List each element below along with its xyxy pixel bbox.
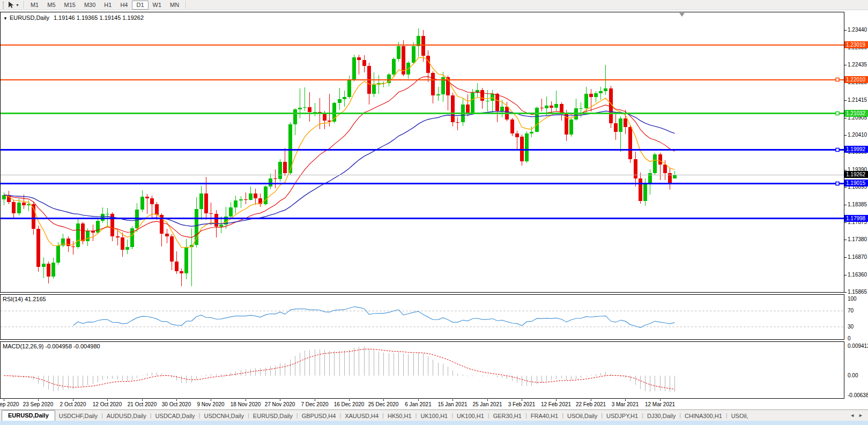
macd-chart-canvas[interactable] [1,342,844,398]
date-axis[interactable]: 14 Sep 202023 Sep 20202 Oct 202012 Oct 2… [0,399,844,409]
price-tick-mark [844,205,847,205]
date-tick-mark [315,399,315,401]
price-tick-mark [844,257,847,258]
tab-ger30-h1[interactable]: GER30,H1 [489,411,525,421]
tab-usdjpy-h1[interactable]: USDJPY,H1 [603,411,642,421]
tab-usoil-daily[interactable]: USOil,Daily [563,411,601,421]
date-tick-mark [487,399,488,401]
hline-handle[interactable] [836,112,839,115]
tab-usdcad-daily[interactable]: USDCAD,Daily [152,411,199,421]
date-label: 18 Nov 2020 [231,401,261,407]
hline-handle[interactable] [836,182,839,185]
price-badge: 1.19992 [844,146,868,153]
price-tick-label: 1.17380 [848,236,867,243]
toolbar-separator [186,1,186,9]
chart-title: ▼EURUSD,Daily1.19146 1.19365 1.19145 1.1… [3,14,144,21]
date-tick-mark [418,399,419,401]
date-tick-mark [4,399,4,401]
tab-xauusd-h4[interactable]: XAUUSD,H4 [341,411,382,421]
price-tick-mark [844,30,847,31]
tabs-scroll-right-icon[interactable]: ► [858,413,863,418]
date-tick-mark [625,399,626,401]
timeframe-button-M15[interactable]: M15 [60,1,80,10]
date-label: 2 Oct 2020 [60,401,86,407]
date-tick-mark [211,399,211,401]
timeframe-button-H1[interactable]: H1 [100,1,116,10]
date-tick-mark [280,399,280,401]
tab-usdcnh-daily[interactable]: USDCNH,Daily [200,411,248,421]
timeframe-button-M5[interactable]: M5 [43,1,60,10]
timeframe-button-MN[interactable]: MN [166,1,183,10]
tab-usoil-[interactable]: USOil, [728,411,752,421]
date-tick-mark [522,399,522,401]
tab-eurusd-daily[interactable]: EURUSD,Daily [2,410,55,421]
timeframe-button-W1[interactable]: W1 [149,1,166,10]
tab-eurusd-daily[interactable]: EURUSD,Daily [249,411,296,421]
toolbar-grip[interactable] [3,2,4,9]
price-tick-label: 1.23440 [848,27,867,33]
tab-hk50-h1[interactable]: HK50,H1 [384,411,416,421]
price-tick-mark [844,240,847,240]
chevron-down-icon[interactable]: ▼ [16,3,21,7]
rsi-chart-canvas[interactable] [1,295,844,339]
timeframe-button-D1[interactable]: D1 [132,1,148,10]
hline-handle[interactable] [836,78,839,81]
price-tick-label: 1.20410 [848,132,867,138]
rsi-tick-label: 100 [848,296,857,302]
tab-usdchf-daily[interactable]: USDCHF,Daily [55,411,101,421]
tab-china300-h1[interactable]: CHINA300,H1 [681,411,726,421]
macd-tick-label: -0.006388 [848,392,868,399]
cursor-icon[interactable] [6,1,16,9]
tab-dj30-daily[interactable]: DJ30,Daily [643,411,679,421]
date-label: 25 Dec 2020 [368,401,399,407]
tab-scroll-arrows: ◄► [848,413,868,421]
tab-uk100-h1[interactable]: UK100,H1 [453,411,488,421]
date-label: 14 Sep 2020 [0,401,19,407]
price-badge: 1.19015 [844,180,868,187]
price-tick-mark [844,222,847,223]
triangle-down-icon[interactable]: ▼ [3,16,8,21]
ma-slow-line[interactable] [4,111,675,226]
macd-label: MACD(12,26,9) -0.004958 -0.004980 [3,343,100,349]
tab-audusd-daily[interactable]: AUDUSD,Daily [103,411,150,421]
price-tick-label: 1.15865 [848,289,867,295]
date-label: 16 Dec 2020 [334,401,365,407]
price-tick-mark [844,135,847,136]
date-label: 25 Jan 2021 [472,401,502,407]
rsi-tick-label: 30 [848,324,854,330]
hline-handle[interactable] [836,148,839,152]
date-tick-mark [246,399,246,401]
timeframe-toolbar: ▼ M1M5M15M30H1H4D1W1MN [0,0,868,10]
price-tick-mark [844,275,847,275]
timeframe-buttons: M1M5M15M30H1H4D1W1MN [26,1,183,10]
bottom-strip [0,421,868,425]
date-tick-mark [660,399,661,401]
date-tick-mark [452,399,453,401]
date-label: 3 Mar 2021 [612,401,639,407]
timeframe-button-M1[interactable]: M1 [26,1,43,10]
tabs-scroll-left-icon[interactable]: ◄ [850,413,855,418]
date-label: 12 Mar 2021 [645,401,675,407]
tab-gbpusd-h4[interactable]: GBPUSD,H4 [298,411,340,421]
price-badge: 1.19262 [844,171,868,178]
price-tick-mark [844,65,847,65]
date-tick-mark [38,399,39,401]
tab-fra40-h1[interactable]: FRA40,H1 [527,411,562,421]
timeframe-button-M30[interactable]: M30 [80,1,100,10]
date-tick-mark [176,399,177,401]
timeframe-button-H4[interactable]: H4 [116,1,132,10]
price-tick-mark [844,170,847,170]
date-label: 22 Feb 2021 [576,401,606,407]
price-tick-label: 1.16870 [848,254,867,260]
price-badge: 1.17998 [844,215,868,222]
candlestick-chart-canvas[interactable] [1,12,844,292]
price-tick-mark [844,100,847,101]
chart-shift-marker-icon[interactable] [679,13,685,17]
toolbar-separator [24,1,24,9]
date-label: 30 Oct 2020 [162,401,191,407]
chart-ohlc-values: 1.19146 1.19365 1.19145 1.19262 [54,14,144,21]
date-label: 15 Jan 2021 [437,401,467,407]
date-label: 23 Sep 2020 [23,401,54,407]
date-label: 12 Oct 2020 [93,401,122,407]
tab-uk100-h1[interactable]: UK100,H1 [417,411,451,421]
